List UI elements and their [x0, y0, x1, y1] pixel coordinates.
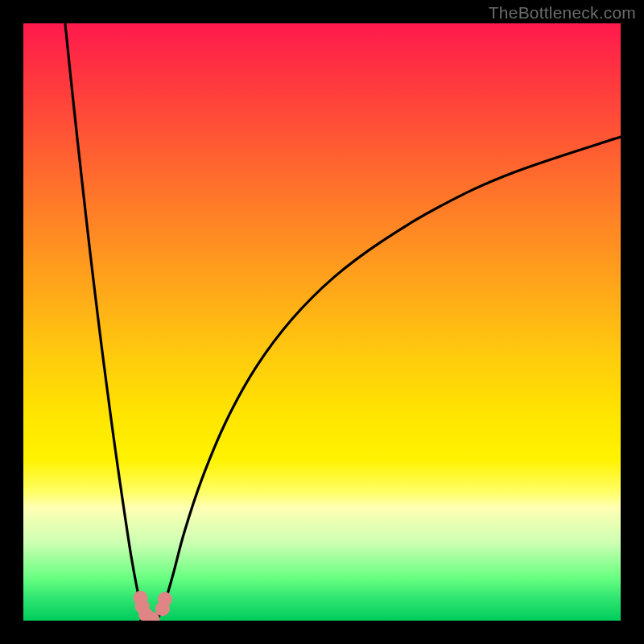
data-marker — [135, 599, 150, 613]
curve-left-branch — [65, 23, 157, 621]
chart-plot-area — [23, 23, 621, 621]
data-marker — [145, 612, 159, 621]
chart-curves-group — [65, 23, 621, 621]
chart-overlay-svg — [23, 23, 621, 621]
watermark-text: TheBottleneck.com — [489, 3, 636, 23]
data-marker — [138, 608, 153, 621]
data-marker — [133, 591, 147, 605]
chart-markers-group — [133, 591, 171, 621]
chart-frame: TheBottleneck.com — [0, 0, 644, 644]
data-marker — [158, 592, 172, 606]
curve-right-branch — [156, 137, 621, 621]
data-marker — [155, 601, 170, 616]
